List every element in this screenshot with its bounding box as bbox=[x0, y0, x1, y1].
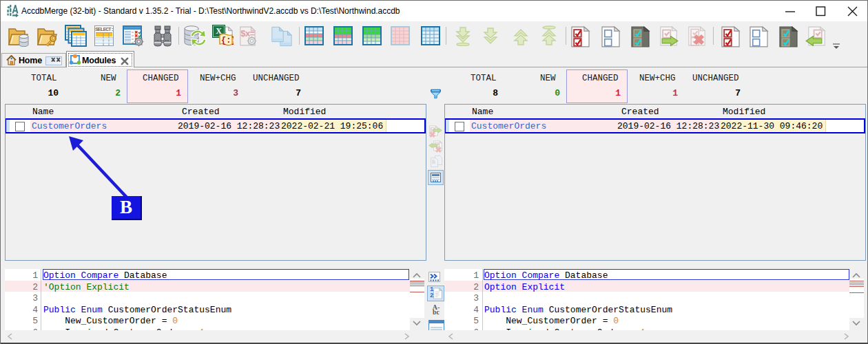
svg-text:{:}: {:} bbox=[221, 36, 234, 45]
